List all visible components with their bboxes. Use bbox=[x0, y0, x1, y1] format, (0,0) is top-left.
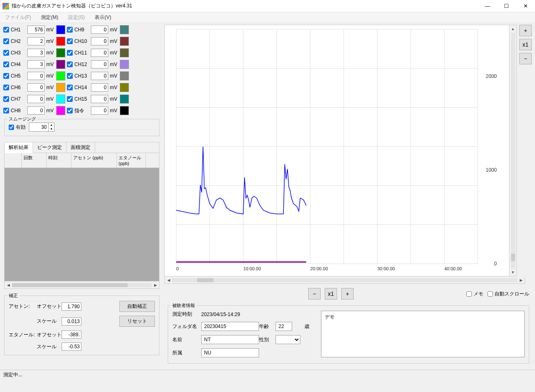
channel-checkbox[interactable] bbox=[3, 96, 9, 102]
channel-checkbox[interactable] bbox=[67, 38, 73, 44]
channel-color-swatch[interactable] bbox=[56, 71, 65, 80]
memo-label: メモ bbox=[473, 290, 483, 298]
tab-area[interactable]: 面積測定 bbox=[67, 142, 95, 153]
close-button[interactable]: ✕ bbox=[516, 0, 535, 12]
channel-color-swatch[interactable] bbox=[56, 37, 65, 46]
smoothing-value-input[interactable] bbox=[29, 123, 48, 131]
reset-button[interactable]: リセット bbox=[119, 316, 155, 327]
chart-hscroll[interactable]: ◀ ▶ bbox=[164, 276, 525, 284]
channel-color-swatch[interactable] bbox=[120, 48, 129, 57]
channel-label: CH6 bbox=[11, 85, 26, 90]
menu-view[interactable]: 表示(V) bbox=[93, 13, 113, 22]
table-col-acetone: アセトン (ppb) bbox=[71, 153, 117, 168]
chart-area[interactable]: 010002000010:00.0020:00.0030:00.0040:00.… bbox=[164, 25, 509, 276]
channel-color-swatch[interactable] bbox=[56, 94, 65, 104]
channel-color-swatch[interactable] bbox=[120, 60, 129, 69]
channel-row: CH9 0 mV bbox=[67, 25, 129, 35]
memo-checkbox[interactable] bbox=[466, 291, 472, 297]
channel-checkbox[interactable] bbox=[3, 27, 9, 33]
channel-checkbox[interactable] bbox=[67, 85, 73, 90]
acetone-scale-input[interactable] bbox=[62, 317, 81, 326]
channel-label: CH11 bbox=[74, 50, 89, 56]
sex-label: 性別 bbox=[259, 336, 276, 343]
channel-checkbox[interactable] bbox=[3, 108, 9, 113]
channel-row: CH2 2 mV bbox=[3, 36, 65, 46]
channel-row: CH13 0 mV bbox=[67, 71, 129, 81]
statusbar: 測定中... bbox=[0, 370, 535, 380]
channel-value: 0 bbox=[27, 106, 45, 115]
name-input[interactable] bbox=[201, 335, 259, 344]
scale-label-1: スケール bbox=[37, 318, 62, 325]
channel-color-swatch[interactable] bbox=[56, 48, 65, 57]
zoom-x-plus-button[interactable]: + bbox=[341, 288, 354, 300]
channel-color-swatch[interactable] bbox=[120, 106, 129, 115]
channel-checkbox[interactable] bbox=[3, 38, 9, 44]
chart-scroll-left-icon[interactable]: ◀ bbox=[165, 278, 172, 282]
auto-correct-button[interactable]: 自動補正 bbox=[119, 301, 155, 312]
channel-checkbox[interactable] bbox=[3, 73, 9, 79]
zoom-x-x1-button[interactable]: x1 bbox=[325, 288, 337, 300]
maximize-button[interactable]: ☐ bbox=[497, 0, 516, 12]
channel-color-swatch[interactable] bbox=[56, 106, 65, 115]
menu-measure[interactable]: 測定(M) bbox=[39, 13, 60, 22]
channel-value: 0 bbox=[91, 26, 108, 34]
chart-scroll-right-icon[interactable]: ▶ bbox=[517, 278, 525, 282]
zoom-y-x1-button[interactable]: x1 bbox=[519, 39, 532, 50]
channel-color-swatch[interactable] bbox=[120, 94, 129, 104]
memo-textarea[interactable]: デモ bbox=[321, 311, 525, 357]
channel-checkbox[interactable] bbox=[3, 50, 9, 56]
smoothing-enable-checkbox[interactable] bbox=[9, 125, 14, 130]
ethanol-offset-input[interactable] bbox=[62, 331, 81, 339]
ethanol-scale-input[interactable] bbox=[62, 342, 81, 351]
channel-color-swatch[interactable] bbox=[56, 25, 65, 34]
channel-checkbox[interactable] bbox=[67, 50, 73, 56]
tab-peak[interactable]: ピーク測定 bbox=[33, 142, 67, 153]
minimize-button[interactable]: — bbox=[478, 0, 497, 12]
zoom-y-minus-button[interactable]: − bbox=[519, 53, 532, 64]
zoom-y-plus-button[interactable]: + bbox=[519, 25, 532, 36]
channel-label: CH12 bbox=[74, 61, 89, 67]
stepper-up-icon[interactable]: ▲ bbox=[48, 123, 54, 127]
folder-input[interactable] bbox=[201, 322, 259, 331]
affil-label: 所属 bbox=[172, 349, 201, 357]
channel-checkbox[interactable] bbox=[3, 85, 9, 90]
acetone-offset-input[interactable] bbox=[62, 302, 81, 311]
channel-unit: mV bbox=[46, 73, 55, 79]
scroll-right-icon[interactable]: ▶ bbox=[152, 283, 159, 287]
tab-analysis[interactable]: 解析結果 bbox=[5, 142, 33, 153]
channel-color-swatch[interactable] bbox=[56, 83, 65, 92]
vscroll-thumb[interactable] bbox=[511, 254, 515, 261]
channel-row: CH6 0 mV bbox=[3, 83, 65, 92]
correction-group: 補正 アセトン: オフセット 自動補正 スケール リセット エタノール: オフセ… bbox=[4, 295, 159, 355]
menu-file[interactable]: ファイル(F) bbox=[3, 13, 33, 22]
channel-color-swatch[interactable] bbox=[120, 37, 129, 46]
zoom-x-minus-button[interactable]: − bbox=[308, 288, 321, 300]
channel-checkbox[interactable] bbox=[67, 27, 73, 33]
autoscroll-checkbox[interactable] bbox=[487, 291, 493, 297]
sex-select[interactable] bbox=[276, 335, 300, 344]
affil-input[interactable] bbox=[201, 348, 259, 357]
channel-color-swatch[interactable] bbox=[120, 71, 129, 80]
scroll-left-icon[interactable]: ◀ bbox=[5, 283, 12, 287]
ethanol-label: エタノール: bbox=[9, 331, 37, 338]
age-unit: 歳 bbox=[304, 323, 313, 330]
scroll-up-icon[interactable]: ▲ bbox=[509, 25, 516, 33]
channel-checkbox[interactable] bbox=[67, 61, 73, 67]
channel-checkbox[interactable] bbox=[67, 108, 73, 113]
result-table-hscroll[interactable]: ◀ ▶ bbox=[5, 281, 159, 288]
channel-color-swatch[interactable] bbox=[56, 60, 65, 69]
channel-checkbox[interactable] bbox=[67, 73, 73, 79]
chart-vscroll[interactable]: ▲ ▼ bbox=[509, 25, 517, 276]
stepper-down-icon[interactable]: ▼ bbox=[48, 127, 54, 131]
channel-color-swatch[interactable] bbox=[120, 83, 129, 92]
age-input[interactable] bbox=[276, 322, 292, 331]
channel-checkbox[interactable] bbox=[3, 61, 9, 67]
smoothing-value-stepper[interactable]: ▲▼ bbox=[29, 123, 55, 132]
scroll-down-icon[interactable]: ▼ bbox=[509, 269, 516, 276]
scroll-thumb[interactable] bbox=[12, 283, 128, 287]
menu-settings[interactable]: 設定(S) bbox=[67, 13, 86, 22]
channel-color-swatch[interactable] bbox=[120, 25, 129, 34]
channel-checkbox[interactable] bbox=[67, 96, 73, 102]
table-col-count: 回数 bbox=[22, 153, 47, 168]
chart-hscroll-thumb[interactable] bbox=[197, 278, 214, 282]
